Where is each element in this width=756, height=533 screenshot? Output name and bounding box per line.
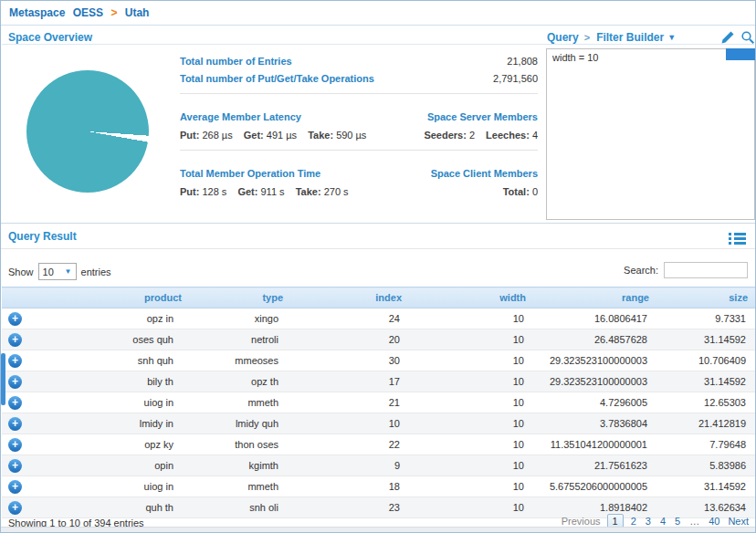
column-header-range[interactable]: range	[534, 287, 657, 308]
expand-row-button[interactable]: +	[8, 312, 22, 326]
column-header-width[interactable]: width	[410, 287, 534, 308]
client-total-value: 0	[532, 186, 538, 197]
expand-row-button[interactable]: +	[8, 375, 22, 389]
page-size-control: Show 10 ▼ entries	[8, 263, 111, 280]
query-panel-header: Query > Filter Builder ▼	[547, 30, 755, 45]
cell-size: 21.412819	[657, 413, 756, 434]
latency-get-label: Get:	[244, 130, 264, 141]
query-scrollbar-thumb[interactable]	[726, 48, 755, 60]
cell-product: oses quh	[29, 329, 190, 350]
table-row: +uiog inmmeth18105.675520600000000531.14…	[2, 476, 756, 497]
breadcrumb-space-link[interactable]: OESS	[73, 6, 103, 19]
cell-range: 26.4857628	[534, 329, 657, 350]
cell-type: mmeth	[190, 476, 291, 497]
cell-size: 31.14592	[657, 329, 756, 350]
cell-product: uiog in	[29, 392, 190, 413]
pagination-previous-button[interactable]: Previous	[562, 516, 601, 527]
show-label: Show	[8, 266, 34, 277]
cell-type: lmidy quh	[190, 413, 291, 434]
latency-values: Put: 268 µs Get: 491 µs Take: 590 µs	[180, 127, 366, 143]
query-title: Query	[547, 31, 579, 44]
expand-row-button[interactable]: +	[8, 417, 22, 431]
edit-icon[interactable]	[720, 30, 735, 45]
cell-width: 10	[410, 329, 534, 350]
stats-divider	[180, 93, 538, 94]
breadcrumb: Metaspace OESS > Utah	[1, 1, 755, 26]
expand-row-button[interactable]: +	[8, 396, 22, 410]
cell-type: opz th	[190, 371, 291, 392]
leeches-value: 4	[532, 130, 538, 141]
cell-product: snh quh	[29, 350, 190, 371]
column-header-index[interactable]: index	[291, 287, 410, 308]
chevron-down-icon[interactable]: ▼	[667, 33, 676, 42]
column-header-size[interactable]: size	[657, 287, 756, 308]
breadcrumb-member-link[interactable]: Utah	[125, 6, 150, 19]
query-toolbar	[720, 30, 755, 45]
expand-cell: +	[2, 371, 29, 392]
server-members-title: Space Server Members	[427, 109, 538, 125]
latency-take-label: Take:	[308, 130, 333, 141]
breadcrumb-metaspace-label: Metaspace	[9, 6, 65, 19]
space-usage-pie-chart	[26, 70, 149, 193]
optime-put-value: 128 s	[202, 186, 226, 197]
entries-label: Total number of Entries	[180, 56, 292, 67]
latency-put-value: 268 µs	[202, 130, 232, 141]
operations-label: Total number of Put/Get/Take Operations	[180, 73, 374, 84]
cell-type: snh oli	[190, 497, 291, 518]
search-input[interactable]	[664, 262, 748, 278]
expand-row-button[interactable]: +	[8, 354, 22, 368]
list-icon[interactable]	[729, 232, 746, 246]
column-header-type[interactable]: type	[190, 287, 291, 308]
column-header-product[interactable]: product	[29, 287, 190, 308]
entries-stat: Total number of Entries 21,808	[180, 52, 538, 69]
expand-cell: +	[2, 413, 29, 434]
optime-get-label: Get:	[237, 186, 257, 197]
table-row: +opz inxingo241016.08064179.7331	[2, 308, 756, 329]
cell-range: 21.7561623	[534, 455, 657, 476]
cell-index: 23	[291, 497, 410, 518]
cell-index: 18	[291, 476, 410, 497]
cell-index: 20	[291, 329, 410, 350]
pagination-next-button[interactable]: Next	[728, 516, 749, 527]
search-control: Search:	[624, 262, 748, 278]
search-label: Search:	[624, 265, 658, 276]
cell-size: 5.83986	[657, 455, 756, 476]
search-icon[interactable]	[740, 30, 755, 45]
expand-cell: +	[2, 308, 29, 329]
vertical-scrollbar-thumb[interactable]	[1, 353, 5, 405]
table-header-row: producttypeindexwidthrangesize	[2, 287, 756, 308]
query-text-area[interactable]: width = 10	[546, 48, 755, 220]
cell-product: opz ky	[29, 434, 190, 455]
entries-value: 21,808	[507, 56, 538, 67]
latency-take-value: 590 µs	[336, 130, 366, 141]
expand-row-button[interactable]: +	[8, 480, 22, 494]
expand-row-button[interactable]: +	[8, 501, 22, 515]
cell-size: 7.79648	[657, 434, 756, 455]
entries-suffix-label: entries	[81, 266, 111, 277]
cell-width: 10	[410, 413, 534, 434]
expand-row-button[interactable]: +	[8, 459, 22, 473]
space-overview-title: Space Overview	[8, 31, 92, 44]
latency-server-headings: Average Member Latency Space Server Memb…	[180, 103, 538, 125]
leeches-label: Leeches:	[486, 130, 530, 141]
seeders-value: 2	[469, 130, 475, 141]
overview-stats: Total number of Entries 21,808 Total num…	[180, 52, 538, 202]
operations-value: 2,791,560	[493, 73, 538, 84]
filter-builder-dropdown[interactable]: Filter Builder	[596, 31, 664, 44]
client-members-title: Space Client Members	[431, 165, 538, 182]
operation-time-values: Put: 128 s Get: 911 s Take: 270 s	[180, 183, 349, 200]
page-size-value: 10	[43, 266, 54, 277]
operations-stat: Total number of Put/Get/Take Operations …	[180, 69, 538, 87]
expand-row-button[interactable]: +	[8, 333, 22, 347]
page-size-select[interactable]: 10 ▼	[38, 263, 77, 280]
horizontal-scrollbar-track[interactable]	[1, 527, 755, 532]
latency-get-value: 491 µs	[267, 130, 297, 141]
cell-index: 10	[291, 413, 410, 434]
cell-index: 21	[291, 392, 410, 413]
cell-width: 10	[410, 392, 534, 413]
column-header-expand	[2, 287, 29, 308]
expand-row-button[interactable]: +	[8, 438, 22, 452]
cell-product: opz in	[29, 308, 190, 329]
table-row: +bily thopz th171029.32352310000000331.1…	[2, 371, 756, 392]
latency-title: Average Member Latency	[180, 109, 301, 125]
